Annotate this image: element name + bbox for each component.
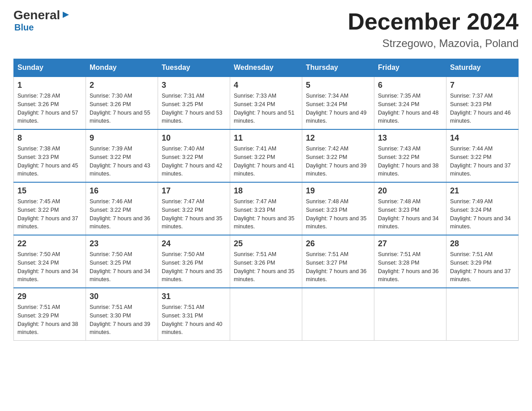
calendar-week-row: 29 Sunrise: 7:51 AMSunset: 3:29 PMDaylig… xyxy=(14,288,519,341)
calendar-cell: 9 Sunrise: 7:39 AMSunset: 3:22 PMDayligh… xyxy=(86,129,158,182)
day-info: Sunrise: 7:34 AMSunset: 3:24 PMDaylight:… xyxy=(306,93,367,124)
day-info: Sunrise: 7:33 AMSunset: 3:24 PMDaylight:… xyxy=(234,93,295,124)
calendar-cell: 27 Sunrise: 7:51 AMSunset: 3:28 PMDaylig… xyxy=(374,235,446,288)
day-info: Sunrise: 7:40 AMSunset: 3:22 PMDaylight:… xyxy=(162,146,223,177)
day-number: 27 xyxy=(378,239,442,248)
calendar-week-row: 1 Sunrise: 7:28 AMSunset: 3:26 PMDayligh… xyxy=(14,77,519,129)
calendar-cell: 4 Sunrise: 7:33 AMSunset: 3:24 PMDayligh… xyxy=(230,77,302,129)
day-info: Sunrise: 7:31 AMSunset: 3:25 PMDaylight:… xyxy=(162,93,223,124)
title-block: December 2024 Strzegowo, Mazovia, Poland xyxy=(348,9,519,50)
day-info: Sunrise: 7:42 AMSunset: 3:22 PMDaylight:… xyxy=(306,146,367,177)
calendar-subtitle: Strzegowo, Mazovia, Poland xyxy=(348,37,519,50)
logo-general: General xyxy=(13,9,60,21)
calendar-cell: 6 Sunrise: 7:35 AMSunset: 3:24 PMDayligh… xyxy=(374,77,446,129)
calendar-cell: 26 Sunrise: 7:51 AMSunset: 3:27 PMDaylig… xyxy=(302,235,374,288)
calendar-cell: 16 Sunrise: 7:46 AMSunset: 3:22 PMDaylig… xyxy=(86,182,158,235)
calendar-cell: 7 Sunrise: 7:37 AMSunset: 3:23 PMDayligh… xyxy=(446,77,519,129)
day-number: 18 xyxy=(234,186,298,196)
calendar-cell: 31 Sunrise: 7:51 AMSunset: 3:31 PMDaylig… xyxy=(158,288,230,341)
header-saturday: Saturday xyxy=(446,59,519,77)
calendar-cell: 23 Sunrise: 7:50 AMSunset: 3:25 PMDaylig… xyxy=(86,235,158,288)
day-number: 23 xyxy=(90,239,154,248)
day-number: 11 xyxy=(234,133,298,143)
header-sunday: Sunday xyxy=(14,59,86,77)
logo-blue: Blue xyxy=(14,22,34,33)
day-info: Sunrise: 7:38 AMSunset: 3:23 PMDaylight:… xyxy=(17,146,78,177)
day-info: Sunrise: 7:47 AMSunset: 3:23 PMDaylight:… xyxy=(234,198,295,230)
calendar-cell xyxy=(374,288,446,341)
header-thursday: Thursday xyxy=(302,59,374,77)
header-monday: Monday xyxy=(86,59,158,77)
day-number: 29 xyxy=(17,292,82,301)
day-number: 24 xyxy=(162,239,226,248)
day-info: Sunrise: 7:44 AMSunset: 3:22 PMDaylight:… xyxy=(450,146,511,177)
calendar-cell: 22 Sunrise: 7:50 AMSunset: 3:24 PMDaylig… xyxy=(14,235,86,288)
day-number: 15 xyxy=(17,186,82,196)
day-number: 12 xyxy=(306,133,370,143)
day-info: Sunrise: 7:50 AMSunset: 3:24 PMDaylight:… xyxy=(17,251,78,283)
calendar-cell: 11 Sunrise: 7:41 AMSunset: 3:22 PMDaylig… xyxy=(230,129,302,182)
day-info: Sunrise: 7:51 AMSunset: 3:29 PMDaylight:… xyxy=(450,251,511,283)
logo-triangle-icon xyxy=(61,10,71,20)
day-number: 2 xyxy=(90,81,154,90)
day-number: 22 xyxy=(17,239,82,248)
calendar-cell: 19 Sunrise: 7:48 AMSunset: 3:23 PMDaylig… xyxy=(302,182,374,235)
calendar-header-row: SundayMondayTuesdayWednesdayThursdayFrid… xyxy=(14,59,519,77)
day-info: Sunrise: 7:41 AMSunset: 3:22 PMDaylight:… xyxy=(234,146,295,177)
day-number: 21 xyxy=(450,186,515,196)
svg-marker-0 xyxy=(63,12,69,18)
calendar-cell: 1 Sunrise: 7:28 AMSunset: 3:26 PMDayligh… xyxy=(14,77,86,129)
day-number: 5 xyxy=(306,81,370,90)
calendar-cell: 8 Sunrise: 7:38 AMSunset: 3:23 PMDayligh… xyxy=(14,129,86,182)
calendar-cell: 12 Sunrise: 7:42 AMSunset: 3:22 PMDaylig… xyxy=(302,129,374,182)
day-number: 20 xyxy=(378,186,442,196)
calendar-cell: 13 Sunrise: 7:43 AMSunset: 3:22 PMDaylig… xyxy=(374,129,446,182)
day-number: 17 xyxy=(162,186,226,196)
day-info: Sunrise: 7:30 AMSunset: 3:26 PMDaylight:… xyxy=(90,93,150,124)
calendar-cell xyxy=(302,288,374,341)
logo: General Blue xyxy=(13,9,71,33)
calendar-cell: 15 Sunrise: 7:45 AMSunset: 3:22 PMDaylig… xyxy=(14,182,86,235)
day-info: Sunrise: 7:51 AMSunset: 3:26 PMDaylight:… xyxy=(234,251,295,283)
day-info: Sunrise: 7:51 AMSunset: 3:30 PMDaylight:… xyxy=(90,304,150,335)
day-number: 9 xyxy=(90,133,154,143)
day-info: Sunrise: 7:46 AMSunset: 3:22 PMDaylight:… xyxy=(90,198,150,230)
day-info: Sunrise: 7:35 AMSunset: 3:24 PMDaylight:… xyxy=(378,93,439,124)
day-number: 1 xyxy=(17,81,82,90)
calendar-cell: 20 Sunrise: 7:48 AMSunset: 3:23 PMDaylig… xyxy=(374,182,446,235)
day-info: Sunrise: 7:51 AMSunset: 3:28 PMDaylight:… xyxy=(378,251,439,283)
day-info: Sunrise: 7:47 AMSunset: 3:22 PMDaylight:… xyxy=(162,198,223,230)
calendar-cell: 21 Sunrise: 7:49 AMSunset: 3:24 PMDaylig… xyxy=(446,182,519,235)
day-number: 16 xyxy=(90,186,154,196)
day-info: Sunrise: 7:48 AMSunset: 3:23 PMDaylight:… xyxy=(306,198,367,230)
day-info: Sunrise: 7:48 AMSunset: 3:23 PMDaylight:… xyxy=(378,198,439,230)
calendar-cell: 3 Sunrise: 7:31 AMSunset: 3:25 PMDayligh… xyxy=(158,77,230,129)
day-info: Sunrise: 7:37 AMSunset: 3:23 PMDaylight:… xyxy=(450,93,511,124)
day-number: 7 xyxy=(450,81,515,90)
calendar-cell: 28 Sunrise: 7:51 AMSunset: 3:29 PMDaylig… xyxy=(446,235,519,288)
calendar-title: December 2024 xyxy=(348,9,519,34)
day-number: 28 xyxy=(450,239,515,248)
calendar-cell: 24 Sunrise: 7:50 AMSunset: 3:26 PMDaylig… xyxy=(158,235,230,288)
day-number: 31 xyxy=(162,292,226,301)
day-info: Sunrise: 7:39 AMSunset: 3:22 PMDaylight:… xyxy=(90,146,150,177)
day-info: Sunrise: 7:51 AMSunset: 3:31 PMDaylight:… xyxy=(162,304,223,335)
calendar-table: SundayMondayTuesdayWednesdayThursdayFrid… xyxy=(13,59,519,341)
calendar-week-row: 22 Sunrise: 7:50 AMSunset: 3:24 PMDaylig… xyxy=(14,235,519,288)
day-number: 26 xyxy=(306,239,370,248)
header-tuesday: Tuesday xyxy=(158,59,230,77)
day-number: 19 xyxy=(306,186,370,196)
day-number: 6 xyxy=(378,81,442,90)
calendar-cell: 18 Sunrise: 7:47 AMSunset: 3:23 PMDaylig… xyxy=(230,182,302,235)
day-info: Sunrise: 7:50 AMSunset: 3:26 PMDaylight:… xyxy=(162,251,223,283)
page-header: General Blue December 2024 Strzegowo, Ma… xyxy=(13,9,519,50)
day-info: Sunrise: 7:51 AMSunset: 3:27 PMDaylight:… xyxy=(306,251,367,283)
day-info: Sunrise: 7:43 AMSunset: 3:22 PMDaylight:… xyxy=(378,146,439,177)
calendar-week-row: 15 Sunrise: 7:45 AMSunset: 3:22 PMDaylig… xyxy=(14,182,519,235)
day-number: 8 xyxy=(17,133,82,143)
day-info: Sunrise: 7:28 AMSunset: 3:26 PMDaylight:… xyxy=(17,93,78,124)
calendar-cell: 10 Sunrise: 7:40 AMSunset: 3:22 PMDaylig… xyxy=(158,129,230,182)
day-number: 4 xyxy=(234,81,298,90)
day-number: 30 xyxy=(90,292,154,301)
calendar-cell xyxy=(446,288,519,341)
